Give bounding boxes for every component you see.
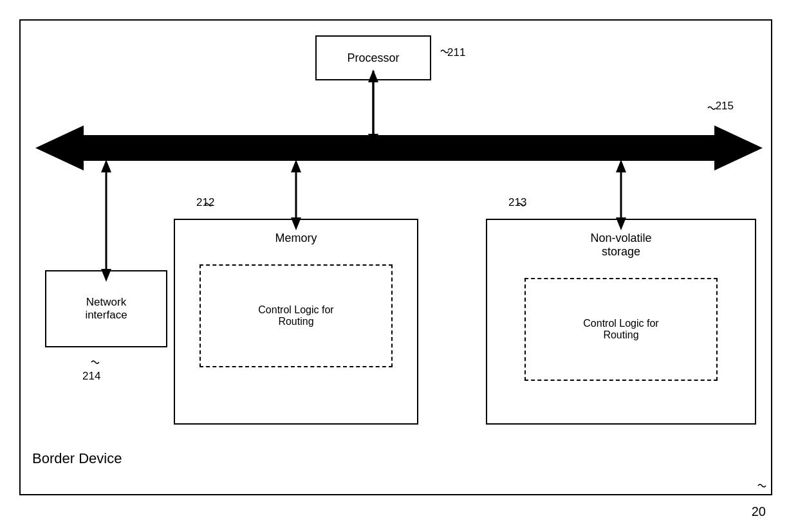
network-interface-label: Networkinterface [85, 296, 127, 322]
label-215: 215 [716, 100, 734, 113]
memory-box: Memory Control Logic forRouting [174, 219, 418, 425]
border-device-label: Border Device [32, 450, 122, 467]
diagram-container: Processor 211 215 Internal bus 212 213 2… [0, 0, 798, 532]
memory-label: Memory [275, 232, 317, 245]
label-211: 211 [447, 46, 465, 59]
figure-number: 20 [752, 504, 766, 519]
network-interface-box: Networkinterface [45, 270, 167, 347]
storage-control-logic-label: Control Logic forRouting [583, 318, 658, 341]
label-212: 212 [196, 196, 214, 209]
processor-box: Processor [315, 35, 431, 80]
processor-label: Processor [347, 51, 399, 65]
internal-bus-label: Internal bus [348, 147, 405, 160]
label-214: 214 [82, 370, 100, 383]
memory-control-logic-box: Control Logic forRouting [200, 264, 393, 367]
memory-control-logic-label: Control Logic forRouting [258, 304, 333, 327]
label-213: 213 [508, 196, 526, 209]
storage-label: Non-volatilestorage [590, 232, 651, 259]
storage-control-logic-box: Control Logic forRouting [524, 278, 718, 381]
storage-box: Non-volatilestorage Control Logic forRou… [486, 219, 756, 425]
